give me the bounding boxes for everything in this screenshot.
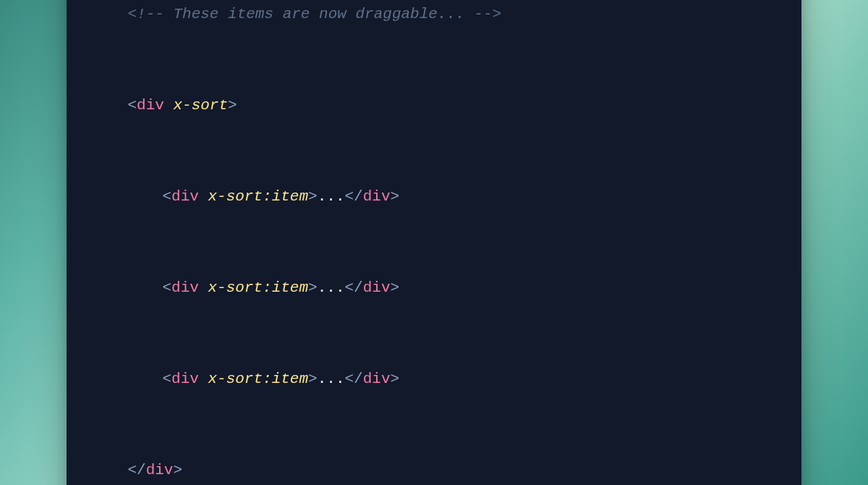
content-dots: ...	[318, 188, 345, 205]
angle-bracket: <	[162, 279, 171, 296]
angle-bracket: </	[345, 279, 363, 296]
attribute: x-sort:item	[208, 371, 308, 387]
angle-bracket: <	[162, 371, 171, 387]
tag-name: div	[171, 188, 199, 205]
angle-bracket: </	[345, 188, 363, 205]
angle-bracket: <	[127, 97, 137, 114]
content-dots: ...	[318, 371, 345, 387]
code-snippet-panel: <!-- These items are now draggable... --…	[67, 0, 801, 485]
code-line-close-outer: </div>	[91, 436, 758, 485]
angle-bracket: </	[345, 371, 363, 387]
content-dots: ...	[318, 279, 345, 296]
attribute: x-sort:item	[208, 188, 308, 205]
blank-line	[91, 231, 758, 254]
angle-bracket: <	[162, 188, 171, 205]
angle-bracket: >	[228, 97, 237, 114]
angle-bracket: </	[127, 462, 145, 478]
code-line-comment: <!-- These items are now draggable... --…	[91, 0, 758, 48]
space	[199, 371, 208, 387]
comment-close: -->	[474, 6, 501, 22]
tag-name: div	[363, 188, 391, 205]
blank-line	[91, 140, 758, 163]
angle-bracket: >	[308, 371, 318, 387]
tag-name: div	[363, 371, 391, 387]
angle-bracket: >	[391, 279, 400, 296]
code-line-item: <div x-sort:item>...</div>	[91, 254, 758, 323]
blank-line	[91, 48, 758, 72]
attribute: x-sort	[173, 97, 228, 114]
comment-open: <!--	[127, 6, 163, 22]
tag-name: div	[137, 97, 164, 114]
attribute: x-sort:item	[208, 279, 308, 296]
tag-name: div	[363, 279, 391, 296]
tag-name: div	[146, 462, 174, 478]
space	[199, 188, 208, 205]
angle-bracket: >	[391, 188, 400, 205]
tag-name: div	[171, 371, 199, 387]
angle-bracket: >	[308, 188, 318, 205]
comment-text: These items are now draggable...	[164, 6, 474, 22]
space	[199, 279, 208, 296]
blank-line	[91, 322, 758, 345]
blank-line	[91, 413, 758, 436]
angle-bracket: >	[391, 371, 400, 387]
angle-bracket: >	[308, 279, 318, 296]
code-line-item: <div x-sort:item>...</div>	[91, 163, 758, 232]
space	[164, 97, 174, 114]
angle-bracket: >	[173, 462, 182, 478]
tag-name: div	[171, 279, 199, 296]
code-line-item: <div x-sort:item>...</div>	[91, 345, 758, 414]
code-line-open-outer: <div x-sort>	[91, 72, 758, 140]
